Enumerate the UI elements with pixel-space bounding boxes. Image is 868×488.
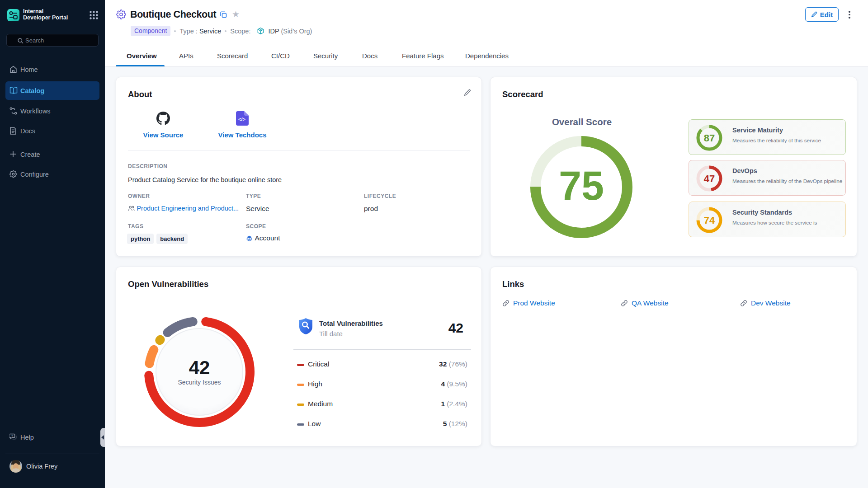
svg-text:47: 47 <box>704 173 715 184</box>
svg-text:</>: </> <box>238 117 245 122</box>
svg-text:74: 74 <box>704 215 715 226</box>
svg-text:?: ? <box>11 434 13 437</box>
svg-text:87: 87 <box>704 132 715 144</box>
svg-text:75: 75 <box>559 163 604 208</box>
svg-text:Security Issues: Security Issues <box>178 379 221 386</box>
svg-text:42: 42 <box>189 357 210 378</box>
